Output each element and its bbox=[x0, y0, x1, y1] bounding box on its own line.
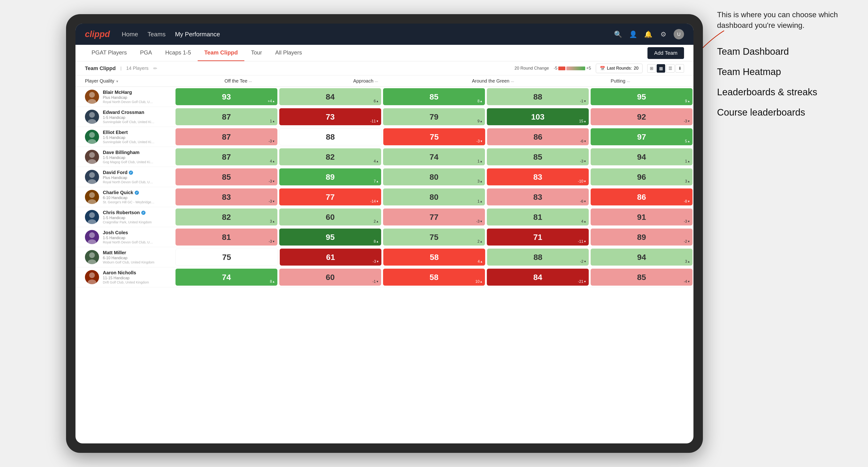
score-change: 3 bbox=[477, 179, 483, 184]
player-info: Blair McHarg Plus Handicap Royal North D… bbox=[75, 87, 175, 106]
svg-point-2 bbox=[88, 99, 96, 104]
player-club: Craigmillar Park, United Kingdom bbox=[103, 220, 155, 224]
score-cell-1: 84 6 bbox=[279, 88, 381, 105]
player-handicap: 1-5 Handicap bbox=[103, 116, 171, 120]
score-change: -3 bbox=[476, 219, 483, 224]
score-value: 88 bbox=[533, 253, 542, 262]
svg-point-20 bbox=[88, 280, 96, 284]
player-details: Edward Crossman 1-5 Handicap Sunningdale… bbox=[103, 110, 171, 124]
score-value: 75 bbox=[430, 232, 438, 242]
score-value: 86 bbox=[637, 192, 646, 201]
player-quality-header[interactable]: Player Quality ▼ bbox=[75, 78, 175, 84]
table-row[interactable]: Aaron Nicholls 11-15 Handicap Drift Golf… bbox=[75, 267, 693, 287]
table-row[interactable]: Edward Crossman 1-5 Handicap Sunningdale… bbox=[75, 107, 693, 127]
bell-icon[interactable]: 🔔 bbox=[644, 30, 653, 39]
score-change: -14 bbox=[370, 199, 379, 204]
score-cell-1: 95 8 bbox=[279, 228, 381, 246]
nav-home[interactable]: Home bbox=[122, 29, 138, 40]
subnav-all-players[interactable]: All Players bbox=[269, 45, 309, 61]
sort-arrow: — bbox=[627, 80, 630, 83]
table-row[interactable]: Josh Coles 1-5 Handicap Royal North Devo… bbox=[75, 227, 693, 247]
around-green-header[interactable]: Around the Green — bbox=[429, 78, 557, 84]
table-row[interactable]: Dave Billingham 1-5 Handicap Gog Magog G… bbox=[75, 147, 693, 167]
score-value: 60 bbox=[326, 213, 335, 222]
score-cell-0: 87 4 bbox=[176, 148, 277, 165]
svg-point-17 bbox=[89, 252, 95, 258]
score-change: 3 bbox=[685, 259, 690, 264]
player-info: Matt Miller 6-10 Handicap Woburn Golf Cl… bbox=[75, 247, 175, 267]
score-cell-4: 86 -8 bbox=[591, 188, 692, 206]
player-handicap: 1-5 Handicap bbox=[103, 135, 171, 140]
score-cell-1: 73 -11 bbox=[279, 108, 381, 125]
player-club: Royal North Devon Golf Club, United King… bbox=[103, 100, 155, 104]
score-change: -3 bbox=[373, 259, 379, 264]
table-row[interactable]: David Ford ✓ Plus Handicap Royal North D… bbox=[75, 167, 693, 187]
player-info: Dave Billingham 1-5 Handicap Gog Magog G… bbox=[75, 147, 175, 167]
score-change: -3 bbox=[684, 219, 690, 224]
score-cell-1: 60 2 bbox=[279, 209, 381, 225]
table-row[interactable]: Charlie Quick ✓ 6-10 Handicap St. George… bbox=[75, 187, 693, 207]
score-value: 81 bbox=[222, 232, 231, 242]
search-icon[interactable]: 🔍 bbox=[613, 30, 623, 39]
avatar bbox=[85, 210, 99, 224]
subnav-hcaps[interactable]: Hcaps 1-5 bbox=[159, 45, 198, 61]
putting-header[interactable]: Putting — bbox=[557, 78, 684, 84]
table-row[interactable]: Elliot Ebert 1-5 Handicap Sunningdale Go… bbox=[75, 127, 693, 147]
player-handicap: 6-10 Handicap bbox=[103, 256, 171, 260]
score-value: 71 bbox=[533, 232, 542, 242]
user-icon[interactable]: 👤 bbox=[628, 30, 638, 39]
score-cell-1: 82 4 bbox=[279, 148, 381, 165]
svg-point-7 bbox=[89, 152, 95, 158]
score-value: 91 bbox=[637, 213, 646, 222]
score-change: -3 bbox=[684, 119, 690, 123]
player-info: Chris Robertson ✓ 1-5 Handicap Craigmill… bbox=[75, 207, 175, 227]
player-count: 14 Players bbox=[126, 66, 149, 71]
score-value: 89 bbox=[637, 232, 646, 242]
svg-point-9 bbox=[89, 172, 95, 178]
list-view-button[interactable]: ☰ bbox=[666, 64, 675, 73]
off-tee-header[interactable]: Off the Tee — bbox=[175, 78, 302, 84]
score-cell-2: 80 3 bbox=[383, 168, 485, 185]
score-value: 77 bbox=[326, 192, 335, 201]
nav-teams[interactable]: Teams bbox=[148, 29, 165, 40]
score-change: -3 bbox=[269, 199, 275, 204]
subnav-pgat[interactable]: PGAT Players bbox=[85, 45, 133, 61]
table-row[interactable]: Matt Miller 6-10 Handicap Woburn Golf Cl… bbox=[75, 247, 693, 267]
sub-nav-links: PGAT Players PGA Hcaps 1-5 Team Clippd T… bbox=[85, 45, 309, 61]
score-cell-3: 71 -11 bbox=[487, 228, 589, 246]
add-team-button[interactable]: Add Team bbox=[647, 47, 684, 59]
score-cell-2: 85 8 bbox=[383, 88, 485, 105]
edit-icon[interactable]: ✏ bbox=[153, 66, 157, 71]
score-value: 87 bbox=[222, 112, 231, 121]
grid-view-button[interactable]: ⊞ bbox=[647, 64, 656, 73]
last-rounds-value: 20 bbox=[634, 66, 639, 71]
last-rounds-button[interactable]: 📅 Last Rounds: 20 bbox=[596, 64, 643, 73]
verified-icon: ✓ bbox=[141, 211, 146, 215]
score-cell-0: 74 8 bbox=[176, 269, 277, 286]
subnav-team-clippd[interactable]: Team Clippd bbox=[198, 45, 244, 61]
svg-point-3 bbox=[89, 112, 95, 118]
score-change: 10 bbox=[475, 280, 483, 284]
download-button[interactable]: ⬇ bbox=[676, 64, 684, 73]
score-change: -3 bbox=[269, 139, 275, 144]
approach-header[interactable]: Approach — bbox=[302, 78, 429, 84]
player-name: Blair McHarg bbox=[103, 90, 171, 95]
score-value: 75 bbox=[222, 253, 231, 262]
player-info: Elliot Ebert 1-5 Handicap Sunningdale Go… bbox=[75, 127, 175, 147]
settings-icon[interactable]: ⚙ bbox=[658, 30, 668, 39]
player-club: Royal North Devon Golf Club, United King… bbox=[103, 180, 155, 184]
score-cell-4: 85 -4 bbox=[591, 269, 692, 286]
user-avatar[interactable]: U bbox=[674, 29, 684, 39]
score-cell-2: 77 -3 bbox=[383, 209, 485, 225]
subnav-pga[interactable]: PGA bbox=[133, 45, 159, 61]
table-row[interactable]: Chris Robertson ✓ 1-5 Handicap Craigmill… bbox=[75, 207, 693, 227]
table-header-row: Player Quality ▼ Off the Tee — Approach … bbox=[75, 75, 693, 87]
nav-my-performance[interactable]: My Performance bbox=[175, 29, 220, 40]
player-details: Charlie Quick ✓ 6-10 Handicap St. George… bbox=[103, 190, 171, 204]
avatar bbox=[85, 230, 99, 244]
score-cell-1: 89 7 bbox=[279, 168, 381, 185]
table-row[interactable]: Blair McHarg Plus Handicap Royal North D… bbox=[75, 87, 693, 107]
heatmap-view-button[interactable]: ▦ bbox=[657, 64, 665, 73]
subnav-tour[interactable]: Tour bbox=[244, 45, 269, 61]
svg-point-12 bbox=[88, 199, 96, 204]
